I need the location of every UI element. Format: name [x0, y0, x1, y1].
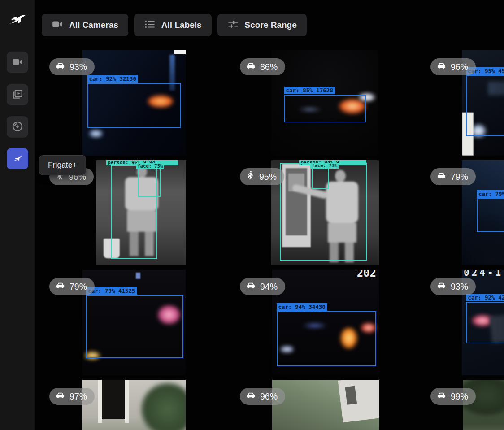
car-icon — [246, 61, 256, 73]
video-camera-icon — [12, 56, 23, 69]
snapshot-image: car: 99% 25 — [463, 380, 504, 430]
disc-icon — [12, 121, 23, 134]
score-badge-value: 96% — [451, 62, 468, 72]
snapshot-image: person: 96% 9194 face: 75% — [96, 160, 186, 265]
score-badge-value: 99% — [451, 391, 468, 402]
sidebar-item-export[interactable] — [7, 116, 28, 138]
face-box-label: face: 73% — [310, 163, 339, 169]
detection-bounding-box: car: 92% 32130 — [87, 83, 182, 128]
timestamp-stub — [174, 50, 186, 54]
detection-card[interactable]: car: 85% 17628 86% — [234, 50, 420, 156]
window-light — [136, 273, 140, 279]
face-bounding-box: face: 75% — [138, 169, 161, 197]
score-badge: 79% — [430, 168, 476, 185]
person-icon — [246, 171, 255, 182]
score-badge: 99% — [430, 388, 476, 405]
sidebar-item-review[interactable] — [7, 84, 28, 105]
snapshot-image: car: 96% 29493 — [272, 380, 379, 430]
headlight-glow — [89, 130, 103, 137]
camera-filter-icon — [52, 18, 63, 32]
snapshot-image: person: 94% 9 face: 73% — [271, 160, 379, 265]
sidebar — [0, 0, 35, 430]
house-shape — [338, 380, 379, 422]
car-icon — [436, 280, 447, 293]
snapshot-image: 202 car: 94% 34430 — [272, 270, 379, 375]
detection-card[interactable]: 202 car: 94% 34430 94% — [234, 270, 420, 375]
detection-card[interactable]: car: 79% 41525 79% — [43, 270, 230, 375]
frigate-plus-tooltip: Frigate+ — [39, 155, 86, 175]
score-badge: 93% — [49, 58, 95, 75]
frigate-bird-icon — [12, 152, 24, 165]
detection-bounding-box: car: 79% — [477, 198, 504, 233]
detection-bounding-box: car: 94% 34430 — [277, 311, 377, 367]
tooltip-text: Frigate+ — [48, 161, 77, 169]
sidebar-item-live[interactable] — [7, 52, 28, 73]
porch-pillar — [98, 380, 102, 423]
detection-card[interactable]: car: 96% 29493 96% — [234, 380, 420, 430]
sliders-icon — [227, 18, 239, 32]
face-bounding-box: face: 73% — [312, 168, 329, 189]
score-badge: 96% — [240, 388, 285, 405]
score-badge-value: 79% — [70, 282, 87, 292]
score-badge: 94% — [240, 278, 285, 295]
detection-card[interactable]: car: 79% 79% — [425, 160, 504, 265]
score-badge: 95% — [240, 168, 284, 185]
detection-bounding-box: car: 85% 17628 — [284, 95, 366, 123]
score-range-label: Score Range — [245, 20, 297, 30]
sidebar-item-frigate-plus[interactable] — [7, 148, 28, 169]
detection-card[interactable]: person: 94% 9 face: 73% 95% — [234, 160, 420, 265]
detection-card[interactable]: car: 97% 40432 97% — [43, 380, 230, 430]
car-icon — [436, 170, 447, 183]
car-icon — [55, 61, 65, 73]
car-icon — [246, 280, 256, 293]
face-box-label: face: 75% — [136, 163, 164, 169]
snapshot-image: car: 85% 17628 — [271, 50, 378, 156]
filter-bar: All Cameras All Labels Score Range — [42, 14, 307, 36]
car-icon — [246, 390, 256, 403]
car-icon — [55, 390, 65, 403]
score-badge-value: 93% — [451, 282, 468, 292]
review-playback-icon — [12, 88, 23, 101]
score-badge-value: 86% — [260, 62, 278, 72]
detection-box-label: car: 92% 4218 — [466, 294, 504, 301]
score-badge: 79% — [49, 278, 95, 295]
detection-box-label: car: 92% 32130 — [87, 75, 138, 83]
detection-card[interactable]: person: 96% 9194 face: 75% 96% — [43, 160, 230, 265]
score-badge: 86% — [240, 58, 285, 75]
detection-box-label: car: 94% 34430 — [277, 303, 327, 311]
car-icon — [55, 280, 65, 293]
all-labels-label: All Labels — [161, 20, 202, 30]
detection-bounding-box: car: 79% 41525 — [86, 295, 183, 358]
score-badge-value: 95% — [259, 172, 277, 182]
score-badge-value: 93% — [70, 62, 87, 72]
frigate-logo-icon — [5, 5, 30, 30]
detection-card[interactable]: car: 95% 45260 96% — [425, 50, 504, 156]
all-cameras-label: All Cameras — [69, 20, 118, 30]
score-range-filter-button[interactable]: Score Range — [217, 14, 307, 36]
all-cameras-filter-button[interactable]: All Cameras — [42, 14, 128, 36]
detection-box-label: car: 79% — [477, 190, 504, 198]
score-badge-value: 96% — [260, 391, 278, 402]
car-icon — [436, 61, 447, 73]
all-labels-filter-button[interactable]: All Labels — [134, 14, 212, 36]
snapshot-image: car: 97% 40432 — [82, 380, 186, 430]
porch-pillar — [125, 380, 129, 423]
detection-card[interactable]: 024-1 03 0 car: 92% 4218 93% — [425, 270, 504, 375]
snapshot-image: car: 92% 32130 — [82, 50, 186, 156]
detection-box-label: car: 85% 17628 — [284, 87, 335, 94]
car-icon — [436, 390, 447, 403]
detection-card[interactable]: car: 99% 25 99% — [425, 380, 504, 430]
detection-card[interactable]: car: 92% 32130 93% — [43, 50, 230, 156]
list-icon — [144, 18, 156, 32]
detection-bounding-box: car: 95% 45260 — [466, 75, 504, 136]
score-badge-value: 97% — [70, 391, 87, 402]
score-badge: 96% — [430, 58, 476, 75]
score-badge-value: 94% — [260, 282, 278, 292]
main-content: All Cameras All Labels Score Range — [35, 0, 504, 430]
detection-bounding-box: car: 92% 4218 — [466, 302, 504, 343]
doorway-shape — [102, 380, 125, 419]
score-badge: 97% — [49, 388, 95, 405]
score-badge-value: 79% — [451, 172, 468, 182]
snapshot-image: car: 79% 41525 — [82, 270, 186, 375]
timestamp-fragment: 024-1 03 0 — [464, 270, 504, 278]
